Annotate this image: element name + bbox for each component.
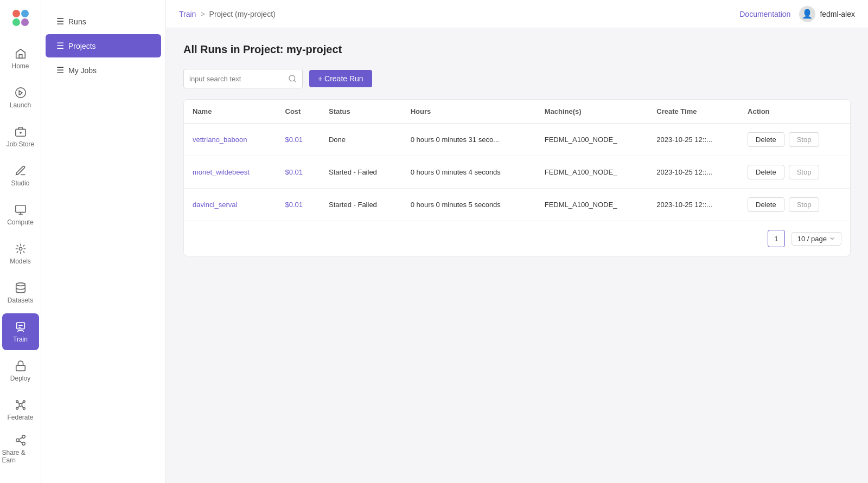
secondary-label-projects: Projects <box>68 42 96 50</box>
svg-point-19 <box>23 408 25 410</box>
secondary-label-my-jobs: My Jobs <box>68 66 97 75</box>
models-icon <box>14 242 27 255</box>
menu-icon-my-jobs: ☰ <box>56 65 64 75</box>
svg-rect-8 <box>15 205 25 212</box>
svg-point-10 <box>16 283 25 286</box>
cell-cost-2: $0.01 <box>277 189 320 221</box>
content-area: All Runs in Project: my-project + Create… <box>166 28 868 483</box>
page-size-select[interactable]: 10 / page <box>792 232 841 246</box>
cell-action-2: Delete Stop <box>739 189 850 221</box>
sidebar-item-compute[interactable]: Compute <box>2 196 39 233</box>
run-link-0[interactable]: vettriano_baboon <box>193 136 247 144</box>
sidebar-label-train: Train <box>13 336 28 343</box>
delete-button-0[interactable]: Delete <box>748 132 784 147</box>
table-row: monet_wildebeest $0.01 Started - Failed … <box>184 156 850 189</box>
launch-icon <box>14 86 27 99</box>
sidebar-item-home[interactable]: Home <box>2 40 39 77</box>
cell-name-0: vettriano_baboon <box>184 124 277 156</box>
svg-point-9 <box>19 247 22 250</box>
toolbar: + Create Run <box>183 69 851 88</box>
federate-icon <box>14 398 27 411</box>
table-header-row: Name Cost Status Hours Machine(s) Create… <box>184 100 850 124</box>
svg-point-26 <box>22 442 25 446</box>
jobstore-icon <box>14 125 27 138</box>
sidebar-item-job-store[interactable]: Job Store <box>2 118 39 155</box>
page-title: All Runs in Project: my-project <box>183 43 851 56</box>
sidebar-item-models[interactable]: Models <box>2 235 39 272</box>
svg-line-27 <box>18 441 22 443</box>
cell-status-1: Started - Failed <box>320 156 402 189</box>
sidebar-label-studio: Studio <box>11 179 29 187</box>
cell-status-2: Started - Failed <box>320 189 402 221</box>
breadcrumb-separator: > <box>200 10 205 18</box>
secondary-item-runs[interactable]: ☰ Runs <box>46 10 161 33</box>
topbar-right: Documentation 👤 fedml-alex <box>739 6 855 22</box>
run-link-2[interactable]: davinci_serval <box>193 201 237 209</box>
train-icon <box>14 320 27 333</box>
col-machines: Machine(s) <box>536 100 648 124</box>
delete-button-1[interactable]: Delete <box>748 165 784 179</box>
sidebar-label-launch: Launch <box>10 101 31 109</box>
sidebar-item-datasets[interactable]: Datasets <box>2 274 39 311</box>
sidebar-item-studio[interactable]: Studio <box>2 157 39 194</box>
run-link-1[interactable]: monet_wildebeest <box>193 168 250 176</box>
stop-button-2[interactable]: Stop <box>789 197 820 212</box>
cell-machines-1: FEDML_A100_NODE_ <box>536 156 648 189</box>
cell-hours-0: 0 hours 0 minutes 31 seco... <box>402 124 536 156</box>
create-run-button[interactable]: + Create Run <box>309 70 372 87</box>
cell-hours-1: 0 hours 0 minutes 4 seconds <box>402 156 536 189</box>
sidebar-item-train[interactable]: Train <box>2 313 39 350</box>
breadcrumb-project: Project (my-project) <box>209 10 276 18</box>
runs-table: Name Cost Status Hours Machine(s) Create… <box>184 100 850 221</box>
delete-button-2[interactable]: Delete <box>748 197 784 212</box>
stop-button-1[interactable]: Stop <box>789 165 820 179</box>
documentation-link[interactable]: Documentation <box>739 10 790 18</box>
stop-button-0[interactable]: Stop <box>789 132 820 147</box>
col-action: Action <box>739 100 850 124</box>
sidebar-label-models: Models <box>10 257 31 265</box>
svg-line-21 <box>21 402 23 404</box>
cell-action-0: Delete Stop <box>739 124 850 156</box>
sidebar-label-deploy: Deploy <box>10 375 30 382</box>
cell-cost-0: $0.01 <box>277 124 320 156</box>
svg-point-17 <box>23 401 25 403</box>
svg-point-1 <box>21 10 29 17</box>
secondary-item-my-jobs[interactable]: ☰ My Jobs <box>46 59 161 82</box>
cell-machines-0: FEDML_A100_NODE_ <box>536 124 648 156</box>
home-icon <box>14 47 27 60</box>
search-input[interactable] <box>189 75 288 83</box>
page-number[interactable]: 1 <box>768 230 785 247</box>
search-button[interactable] <box>288 74 297 83</box>
svg-point-29 <box>289 75 295 81</box>
runs-table-container: Name Cost Status Hours Machine(s) Create… <box>183 99 851 256</box>
sidebar-item-launch[interactable]: Launch <box>2 79 39 116</box>
cell-cost-1: $0.01 <box>277 156 320 189</box>
svg-point-25 <box>16 439 19 442</box>
compute-icon <box>14 203 27 216</box>
col-cost: Cost <box>277 100 320 124</box>
svg-point-18 <box>16 408 18 410</box>
cell-time-1: 2023-10-25 12::... <box>648 156 739 189</box>
svg-point-0 <box>12 10 20 17</box>
sidebar-item-federate[interactable]: Federate <box>2 391 39 428</box>
sidebar-item-share-earn[interactable]: Share & Earn <box>2 430 39 467</box>
sidebar-label-federate: Federate <box>7 414 33 421</box>
pagination: 1 10 / page <box>184 221 850 256</box>
cell-machines-2: FEDML_A100_NODE_ <box>536 189 648 221</box>
cell-action-1: Delete Stop <box>739 156 850 189</box>
sidebar-item-deploy[interactable]: Deploy <box>2 352 39 389</box>
breadcrumb-train[interactable]: Train <box>179 10 196 18</box>
cell-status-0: Done <box>320 124 402 156</box>
share-icon <box>14 434 27 447</box>
svg-line-23 <box>21 406 23 408</box>
sidebar-label-job-store: Job Store <box>7 140 34 148</box>
col-hours: Hours <box>402 100 536 124</box>
cell-time-0: 2023-10-25 12::... <box>648 124 739 156</box>
user-area[interactable]: 👤 fedml-alex <box>799 6 855 22</box>
menu-icon-runs: ☰ <box>56 16 64 27</box>
deploy-icon <box>14 359 27 372</box>
cell-time-2: 2023-10-25 12::... <box>648 189 739 221</box>
secondary-item-projects[interactable]: ☰ Projects <box>46 34 161 57</box>
svg-rect-4 <box>19 55 22 58</box>
app-logo <box>9 7 32 29</box>
